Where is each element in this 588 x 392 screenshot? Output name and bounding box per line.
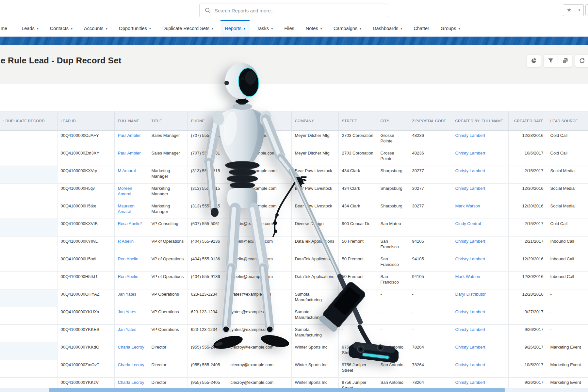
cell-zip: 94105 bbox=[409, 254, 452, 272]
cell-full-name: Paul Ambler bbox=[114, 131, 148, 148]
link-created-by[interactable]: Christy Lambert bbox=[455, 133, 485, 138]
col-city[interactable]: CITY bbox=[377, 111, 409, 131]
col-email[interactable]: EMAIL bbox=[227, 111, 291, 131]
clone-button[interactable] bbox=[558, 54, 572, 67]
search-icon bbox=[205, 8, 211, 13]
tab-files[interactable]: Files bbox=[280, 20, 299, 37]
favorite-dropdown-button[interactable]: ▾ bbox=[575, 4, 584, 16]
report-table-container: : DUPLICATE RECORDLEAD IDFULL NAMETITLEP… bbox=[0, 111, 588, 388]
cell-zip: 30277 bbox=[409, 201, 452, 219]
cell-lead-source: Inbound Call bbox=[547, 254, 588, 272]
favorite-star-button[interactable]: ★ bbox=[563, 4, 575, 16]
chevron-down-icon: ▾ bbox=[244, 27, 245, 30]
horizontal-scrollbar-thumb[interactable] bbox=[49, 388, 505, 392]
tab-contacts[interactable]: Contacts▾ bbox=[46, 20, 77, 37]
cell-phone: (955) 555-2405 bbox=[188, 378, 227, 388]
chart-button[interactable] bbox=[527, 54, 541, 67]
col-company[interactable]: COMPANY bbox=[291, 111, 338, 131]
link-full-name[interactable]: M Amaral bbox=[118, 168, 136, 173]
filter-button[interactable] bbox=[544, 54, 558, 67]
link-created-by[interactable]: Christy Lambert bbox=[455, 239, 485, 244]
tab-accounts[interactable]: Accounts▾ bbox=[80, 20, 112, 37]
link-created-by[interactable]: Christy Lambert bbox=[455, 327, 485, 332]
tab-campaigns[interactable]: Campaigns▾ bbox=[329, 20, 366, 37]
link-full-name[interactable]: Charla Lecroy bbox=[118, 345, 144, 350]
tab-label: Files bbox=[284, 26, 294, 31]
link-full-name[interactable]: Jan Yates bbox=[118, 292, 137, 297]
link-created-by[interactable]: Daryl Distributor bbox=[455, 292, 486, 297]
tab-groups[interactable]: Groups▾ bbox=[436, 20, 465, 37]
cell-phone: 623-123-1234 bbox=[188, 289, 227, 307]
link-full-name[interactable]: R Abelin bbox=[118, 239, 134, 244]
cell-street: 9756 Juniper Street bbox=[338, 342, 377, 360]
link-full-name[interactable]: Jan Yates bbox=[118, 327, 137, 332]
col-duplicate-record[interactable]: : DUPLICATE RECORD bbox=[0, 111, 57, 131]
cell-phone: (404) 555-9136 bbox=[188, 254, 227, 272]
tab-reports[interactable]: Reports▾ bbox=[220, 20, 250, 37]
cell-company: Meyer Ditcher Mfg bbox=[291, 148, 338, 166]
link-created-by[interactable]: Christy Lambert bbox=[455, 309, 485, 314]
cell-duplicate-record bbox=[0, 201, 57, 219]
link-created-by[interactable]: Mark Watson bbox=[455, 274, 480, 279]
link-created-by[interactable]: Christy Lambert bbox=[455, 256, 485, 261]
tab-dashboards[interactable]: Dashboards▾ bbox=[368, 20, 406, 37]
cell-phone: (313) 555-6815 bbox=[188, 166, 227, 184]
tab-notes[interactable]: Notes▾ bbox=[302, 20, 326, 37]
cell-full-name: Maureen Amaral bbox=[114, 201, 148, 219]
cell-zip: 78264 bbox=[409, 378, 452, 388]
col-title[interactable]: TITLE bbox=[148, 111, 188, 131]
col-zip[interactable]: ZIP/POSTAL CODE bbox=[409, 111, 452, 131]
tab-duplicate-record-sets[interactable]: Duplicate Record Sets▾ bbox=[158, 20, 218, 37]
horizontal-scrollbar-track[interactable] bbox=[0, 388, 588, 392]
link-full-name[interactable]: Paul Ambler bbox=[118, 151, 141, 155]
cell-city: San Antonio bbox=[377, 360, 409, 378]
link-created-by[interactable]: Christy Lambert bbox=[455, 362, 485, 367]
link-full-name[interactable]: Ron Abelin bbox=[118, 274, 139, 279]
link-created-by[interactable]: Christy Lambert bbox=[455, 168, 485, 173]
cell-company: Bear Paw Livestock bbox=[291, 184, 338, 201]
cell-phone: 623-123-1234 bbox=[188, 325, 227, 342]
cell-full-name: Moreen Amaral bbox=[114, 184, 148, 201]
col-lead-id[interactable]: LEAD ID bbox=[57, 111, 114, 131]
link-created-by[interactable]: Christy Lambert bbox=[455, 345, 485, 350]
refresh-button[interactable] bbox=[575, 54, 588, 67]
link-full-name[interactable]: Jan Yates bbox=[118, 309, 137, 314]
cell-lead-id: 00Q4100000YKKzV bbox=[57, 378, 114, 388]
cell-email: jyates@example.com bbox=[227, 307, 291, 325]
tab-chatter[interactable]: Chatter bbox=[409, 20, 433, 37]
link-full-name[interactable]: Rosa Abelin* bbox=[118, 221, 142, 226]
col-created-by[interactable]: CREATED BY: FULL NAME bbox=[452, 111, 508, 131]
cell-duplicate-record bbox=[0, 219, 57, 237]
cell-street: 50 Fremont bbox=[338, 272, 377, 289]
cell-lead-source: Inbound Call bbox=[547, 272, 588, 289]
col-lead-source[interactable]: LEAD SOURCE bbox=[547, 111, 588, 131]
link-full-name[interactable]: Maureen Amaral bbox=[118, 204, 135, 214]
col-full-name[interactable]: FULL NAME bbox=[114, 111, 148, 131]
tab-me[interactable]: me bbox=[0, 20, 11, 37]
link-created-by[interactable]: Christy Lambert bbox=[455, 151, 485, 155]
cell-email: pambler@example.com bbox=[227, 131, 291, 148]
link-full-name[interactable]: Paul Ambler bbox=[118, 133, 141, 138]
cell-created-date: 9/27/2017 bbox=[508, 307, 547, 325]
search-input[interactable] bbox=[199, 4, 388, 17]
link-created-by[interactable]: Mark Watson bbox=[455, 204, 480, 208]
tab-leads[interactable]: Leads▾ bbox=[17, 20, 43, 37]
link-created-by[interactable]: Cindy Central bbox=[455, 221, 481, 226]
cell-title: Sales Manager bbox=[148, 131, 188, 148]
tab-tasks[interactable]: Tasks▾ bbox=[253, 20, 277, 37]
cell-lead-id: 00Q4100000H5tkU bbox=[57, 272, 114, 289]
cell-created-by: Christy Lambert bbox=[452, 237, 508, 254]
col-created-date[interactable]: CREATED DATE bbox=[508, 111, 547, 131]
link-full-name[interactable]: Moreen Amaral bbox=[118, 186, 132, 196]
link-full-name[interactable]: Ron Abelin bbox=[118, 256, 139, 261]
cell-zip: - bbox=[409, 289, 452, 307]
col-phone[interactable]: PHONE bbox=[188, 111, 227, 131]
clipped-header-button[interactable] bbox=[585, 4, 588, 16]
col-street[interactable]: STREET bbox=[338, 111, 377, 131]
tab-opportunities[interactable]: Opportunities▾ bbox=[115, 20, 155, 37]
link-created-by[interactable]: Christy Lambert bbox=[455, 380, 485, 385]
tab-label: Chatter bbox=[414, 26, 429, 31]
link-created-by[interactable]: Christy Lambert bbox=[455, 186, 485, 191]
link-full-name[interactable]: Charla Lecroy bbox=[118, 362, 144, 367]
link-full-name[interactable]: Charla Lecroy bbox=[118, 380, 144, 385]
